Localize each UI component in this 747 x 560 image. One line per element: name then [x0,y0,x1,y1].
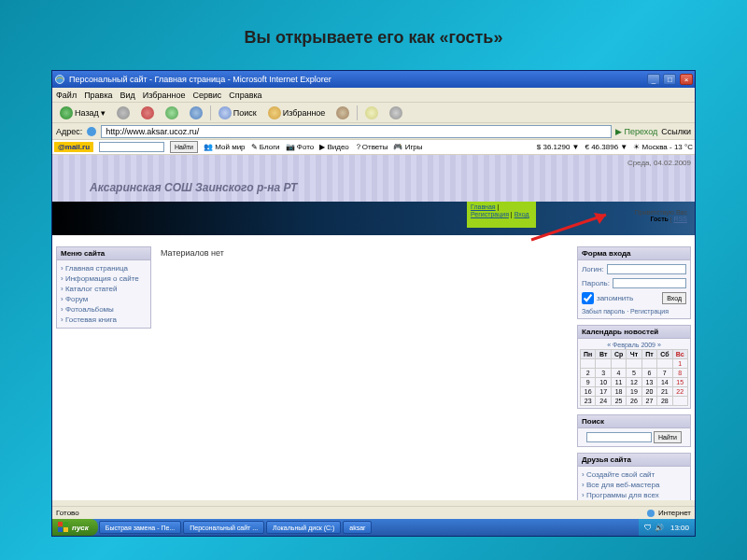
mail-button[interactable] [361,105,382,121]
menu-view[interactable]: Вид [120,91,135,100]
site-banner [52,202,695,235]
page-viewport: Среда, 04.02.2009 Аксаринская СОШ Заинск… [52,155,695,500]
register-link[interactable]: Регистрация [630,308,669,315]
menu-file[interactable]: Файл [56,91,77,100]
links-label[interactable]: Ссылки [661,127,691,136]
site-menu-block: Меню сайта › Главная страница › Информац… [56,246,151,329]
tray-icon[interactable]: 🛡 [644,524,652,532]
mailru-blogs[interactable]: ✎ Блоги [251,143,280,151]
login-title: Форма входа [578,247,690,260]
friends-block: Друзья сайта › Создайте свой сайт › Все … [577,453,691,500]
menu-favorites[interactable]: Избранное [143,91,186,100]
internet-zone-icon [646,509,655,518]
taskbar: пуск Быстрая замена - Пе... Персональный… [52,519,695,536]
menu-item-guestbook[interactable]: › Гостевая книга [61,315,147,325]
task-item-2[interactable]: Локальный диск (C:) [266,521,341,534]
menu-help[interactable]: Справка [229,91,261,100]
history-button[interactable] [332,105,353,121]
favorites-button[interactable]: Избранное [264,105,330,121]
menu-item-articles[interactable]: › Каталог статей [61,284,147,294]
menu-edit[interactable]: Правка [84,91,112,100]
top-nav: Главная | Регистрация | Вход [467,202,536,228]
search-button[interactable]: Поиск [215,105,261,121]
calendar-title: Календарь новостей [578,326,690,339]
menu-item-photos[interactable]: › Фотоальбомы [61,304,147,315]
ie-page-icon [86,126,97,137]
menu-item-home[interactable]: › Главная страница [61,263,147,273]
address-label: Адрес: [56,127,82,136]
menu-bar: Файл Правка Вид Избранное Сервис Справка [52,88,695,103]
address-bar: Адрес: ▶ Переход Ссылки [52,123,695,140]
task-item-1[interactable]: Персональный сайт ... [183,521,264,534]
login-button[interactable]: Вход [662,292,686,304]
calendar-month[interactable]: « Февраль 2009 » [580,341,688,349]
address-input[interactable] [101,125,612,138]
slide-title: Вы открываете его как «гость» [0,0,747,66]
home-button[interactable] [186,105,206,121]
search-block: Поиск Найти [577,414,691,447]
search-input[interactable] [586,432,652,442]
login-input[interactable] [607,264,686,274]
friends-item-2[interactable]: › Программы для всех [582,490,686,500]
search-button[interactable]: Найти [654,431,682,443]
system-tray: 🛡 🔊 13:00 [639,519,695,536]
mailru-toolbar: @mail.ru Найти 👥 Мой мир ✎ Блоги 📷 Фото … [52,140,695,155]
menu-tools[interactable]: Сервис [192,91,221,100]
mailru-logo[interactable]: @mail.ru [54,142,93,152]
nav-register[interactable]: Регистрация [471,211,509,217]
taskbar-clock: 13:00 [670,524,689,532]
friends-title: Друзья сайта [578,454,690,467]
svg-point-0 [56,76,64,84]
nav-login[interactable]: Вход [514,211,529,217]
calendar-block: Календарь новостей « Февраль 2009 » ПнВт… [577,325,691,409]
login-block: Форма входа Логин: Пароль: запомнитьВход… [577,246,691,319]
window-titlebar: Персональный сайт - Главная страница - M… [52,71,695,88]
toolbar: Назад ▾ Поиск Избранное [52,103,695,123]
status-bar: Готово Интернет [52,506,695,519]
task-item-0[interactable]: Быстрая замена - Пе... [99,521,181,534]
window-title: Персональный сайт - Главная страница - M… [69,75,646,84]
svg-rect-7 [58,527,63,532]
mailru-video[interactable]: ▶ Видео [319,143,349,151]
svg-rect-6 [63,522,68,526]
site-menu-title: Меню сайта [57,247,150,260]
remember-checkbox[interactable] [582,292,594,304]
site-header [52,155,695,202]
stop-button[interactable] [137,105,158,121]
print-button[interactable] [386,105,406,121]
mailru-search-input[interactable] [99,142,164,152]
search-title: Поиск [578,415,690,428]
forgot-link[interactable]: Забыл пароль [582,308,625,315]
mailru-answers[interactable]: ？Ответы [355,142,388,152]
forward-button[interactable] [113,105,134,121]
date-text: Среда, 04.02.2009 [627,159,691,167]
menu-item-forum[interactable]: › Форум [61,294,147,304]
friends-item-0[interactable]: › Создайте свой сайт [582,469,686,480]
go-button[interactable]: ▶ Переход [615,127,657,136]
status-zone: Интернет [658,509,691,517]
task-item-3[interactable]: aksar [343,521,372,534]
back-button[interactable]: Назад ▾ [56,105,109,121]
refresh-button[interactable] [162,105,182,121]
guest-greeting: Приветствую ВасГость | RSS [635,209,687,222]
friends-item-1[interactable]: › Все для веб-мастера [582,480,686,490]
window-minimize-button[interactable]: _ [647,74,660,85]
rss-link[interactable]: RSS [674,216,687,222]
password-input[interactable] [613,278,686,288]
window-maximize-button[interactable]: □ [663,74,676,85]
mailru-photo[interactable]: 📷 Фото [286,143,315,151]
mailru-games[interactable]: 🎮 Игры [393,143,422,151]
windows-logo-icon [58,522,69,533]
mailru-find-button[interactable]: Найти [170,141,198,153]
menu-item-about[interactable]: › Информация о сайте [61,273,147,284]
status-ready: Готово [56,509,79,517]
tray-icon[interactable]: 🔊 [655,524,664,532]
window-close-button[interactable]: × [680,74,693,85]
start-button[interactable]: пуск [52,519,98,536]
main-content: Материалов нет [155,245,573,500]
sidebar-right: Форма входа Логин: Пароль: запомнитьВход… [573,245,695,500]
mailru-moimir[interactable]: 👥 Мой мир [204,143,246,151]
school-name: Аксаринская СОШ Заинского р-на РТ [90,181,297,194]
ie-icon [54,74,65,85]
nav-home[interactable]: Главная [471,203,496,210]
